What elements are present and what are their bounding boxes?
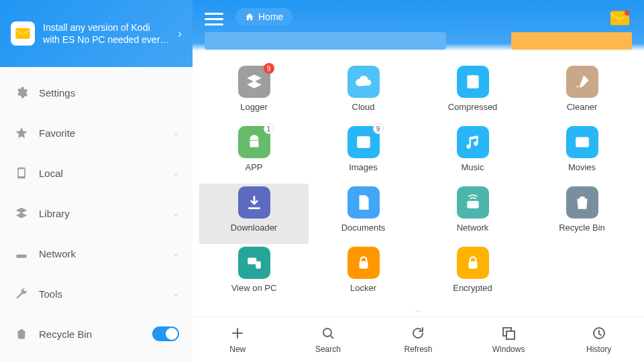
sidebar-item-library[interactable]: Library ⌄ [0,193,193,233]
grid-item-movies[interactable]: Movies [527,123,637,184]
home-grid: 9 Logger Cloud Compressed Cleaner 1 APP … [193,51,644,304]
grid-item-label: Compressed [448,102,498,112]
sidebar-item-favorite[interactable]: Favorite ⌄ [0,113,193,153]
bottom-search-button[interactable]: Search [283,317,374,362]
gear-icon [13,84,30,101]
chevron-down-icon: ⌄ [172,128,179,137]
sidebar-nav: Settings Favorite ⌄ Local ⌄ Library ⌄ Ne… [0,67,193,362]
badge: 9 [373,123,384,134]
grid-item-cloud[interactable]: Cloud [309,63,418,123]
grid-item-label: Cloud [352,102,375,112]
grid-item-logger[interactable]: 9 Logger [199,63,309,123]
sidebar-item-network[interactable]: Network ⌄ [0,233,193,274]
grid-item-documents[interactable]: Documents [309,184,418,244]
grid-item-view-on-pc[interactable]: View on PC [199,244,309,304]
grid-item-locker[interactable]: Locker [309,244,418,304]
key-icon [457,247,489,279]
bottom-new-button[interactable]: New [193,317,283,362]
breadcrumb-label: Home [258,11,283,22]
bottom-refresh-button[interactable]: Refresh [373,317,464,362]
bottom-windows-button[interactable]: Windows [464,317,554,362]
grid-item-compressed[interactable]: Compressed [418,63,527,123]
cloud-icon [347,66,380,98]
svg-point-15 [323,328,331,337]
bottom-button-label: Search [315,345,341,354]
bottom-history-button[interactable]: History [553,317,644,362]
svg-point-0 [23,255,25,257]
svg-rect-9 [467,201,478,208]
grid-item-label: Music [462,162,484,172]
sidebar-item-label: Library [39,208,172,219]
grid-item-label: Logger [240,102,267,112]
svg-rect-12 [359,261,368,269]
grid-item-label: View on PC [231,283,277,293]
star-icon [13,125,30,141]
lock-icon [347,247,380,279]
doc-icon [347,186,380,219]
sidebar-item-label: Network [39,248,172,259]
grid-item-network[interactable]: Network [418,184,527,244]
grid-item-recycle-bin[interactable]: Recycle Bin [527,184,637,244]
svg-rect-6 [357,137,370,148]
refresh-icon [409,324,427,342]
sidebar-item-label: Local [39,168,172,179]
collapse-caret-icon[interactable]: ︿ [193,304,644,316]
promo-text: Install any version of Kodi with ES No P… [43,21,178,46]
grid-item-label: Downloader [231,223,277,233]
grid-item-label: Locker [350,283,376,293]
grid-item-images[interactable]: 9 Images [309,123,418,184]
trash-icon [566,186,598,219]
menu-button[interactable] [205,9,223,28]
chevron-right-icon: › [178,27,182,41]
sidebar-item-tools[interactable]: Tools ⌄ [0,274,193,314]
home-icon [245,12,254,21]
top-bar: Home [193,0,644,51]
grid-item-label: Encrypted [453,283,492,293]
svg-point-5 [256,137,257,139]
phone-icon [13,165,30,181]
grid-item-label: Recycle Bin [559,223,605,233]
grid-item-label: Movies [568,162,596,172]
grid-item-downloader[interactable]: Downloader [199,184,309,244]
badge: 9 [264,63,274,74]
chevron-down-icon: ⌄ [172,249,179,258]
svg-rect-17 [506,331,515,339]
promo-banner[interactable]: Install any version of Kodi with ES No P… [0,0,193,67]
layers-icon: 9 [238,66,270,98]
wifi-icon [457,186,489,219]
notifications-icon[interactable] [610,11,629,25]
grid-item-music[interactable]: Music [418,123,527,184]
mail-icon [11,21,35,46]
chevron-down-icon: ⌄ [172,208,179,218]
grid-item-cleaner[interactable]: Cleaner [527,63,637,123]
grid-item-label: APP [245,162,262,172]
trash-icon [13,326,30,342]
layers-icon [13,205,30,221]
grid-item-label: Network [457,223,489,233]
movie-icon [566,126,598,158]
svg-point-7 [360,139,362,141]
devices-icon [238,247,270,279]
sidebar-item-label: Settings [39,87,179,99]
grid-item-label: Cleaner [567,102,598,112]
sidebar-item-recycle-bin[interactable]: Recycle Bin [0,314,193,354]
chevron-down-icon: ⌄ [172,168,179,178]
storage-bar[interactable] [205,32,446,50]
grid-item-encrypted[interactable]: Encrypted [418,244,527,304]
sidebar-item-label: Tools [39,288,172,300]
bottom-button-label: Windows [492,345,525,354]
toggle-switch[interactable] [152,326,179,341]
svg-rect-10 [248,258,256,265]
bottom-button-label: New [229,345,246,354]
badge: 1 [264,123,274,134]
sidebar-item-local[interactable]: Local ⌄ [0,153,193,193]
sidebar-item-settings[interactable]: Settings [0,72,193,113]
download-icon [238,186,270,219]
router-icon [13,245,30,261]
music-icon [457,126,489,158]
breadcrumb-home[interactable]: Home [235,8,292,25]
analyze-button[interactable] [511,32,632,50]
grid-item-app[interactable]: 1 APP [199,123,309,184]
search-icon [319,324,337,342]
brush-icon [566,66,598,98]
